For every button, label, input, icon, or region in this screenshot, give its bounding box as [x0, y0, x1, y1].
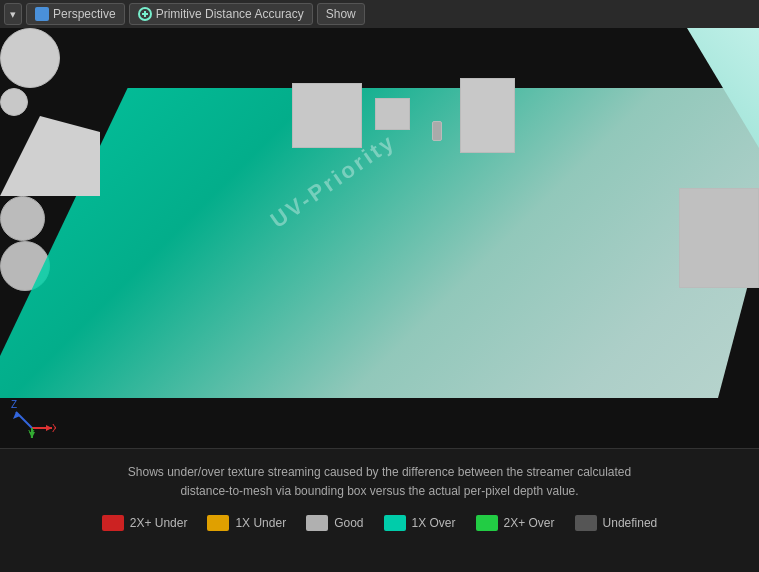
sphere-small	[0, 88, 28, 116]
floor-sphere-1	[0, 196, 45, 241]
perspective-label: Perspective	[53, 7, 116, 21]
legend-swatch-2x-under	[102, 515, 124, 531]
scene-canvas: UV-Priority Z X Y	[0, 28, 759, 448]
legend-desc-line1: Shows under/over texture streaming cause…	[80, 463, 679, 482]
cube-small	[375, 98, 410, 130]
viewport-chevron[interactable]: ▾	[4, 3, 22, 25]
building-right	[679, 188, 759, 288]
legend-label-good: Good	[334, 516, 363, 530]
box-tall	[460, 78, 515, 153]
legend-item-undefined: Undefined	[575, 515, 658, 531]
legend-items: 2X+ Under1X UnderGood1X Over2X+ OverUnde…	[0, 511, 759, 535]
svg-text:Y: Y	[28, 429, 35, 440]
legend-label-2x-under: 2X+ Under	[130, 516, 188, 530]
toolbar: ▾ Perspective Primitive Distance Accurac…	[0, 0, 759, 28]
viewport[interactable]: UV-Priority Z X Y	[0, 28, 759, 448]
legend-swatch-undefined	[575, 515, 597, 531]
legend-area: Shows under/over texture streaming cause…	[0, 448, 759, 572]
legend-label-undefined: Undefined	[603, 516, 658, 530]
show-button[interactable]: Show	[317, 3, 365, 25]
legend-item-1x-over: 1X Over	[384, 515, 456, 531]
svg-marker-1	[13, 412, 20, 419]
show-label: Show	[326, 7, 356, 21]
legend-item-1x-under: 1X Under	[207, 515, 286, 531]
plus-circle-icon	[138, 7, 152, 21]
primitive-distance-label: Primitive Distance Accuracy	[156, 7, 304, 21]
svg-text:X: X	[52, 423, 56, 434]
perspective-button[interactable]: Perspective	[26, 3, 125, 25]
shape-left	[0, 116, 100, 196]
primitive-distance-button[interactable]: Primitive Distance Accuracy	[129, 3, 313, 25]
legend-item-good: Good	[306, 515, 363, 531]
legend-description: Shows under/over texture streaming cause…	[0, 449, 759, 511]
legend-item-2x-under: 2X+ Under	[102, 515, 188, 531]
cube-large	[292, 83, 362, 148]
sphere-big	[0, 28, 60, 88]
figure	[432, 121, 442, 141]
svg-line-0	[16, 412, 32, 428]
perspective-icon	[35, 7, 49, 21]
legend-item-2x-over: 2X+ Over	[476, 515, 555, 531]
legend-swatch-1x-over	[384, 515, 406, 531]
legend-label-2x-over: 2X+ Over	[504, 516, 555, 530]
legend-desc-line2: distance-to-mesh via bounding box versus…	[80, 482, 679, 501]
chevron-icon: ▾	[10, 8, 16, 21]
legend-label-1x-under: 1X Under	[235, 516, 286, 530]
legend-swatch-1x-under	[207, 515, 229, 531]
legend-swatch-2x-over	[476, 515, 498, 531]
legend-swatch-good	[306, 515, 328, 531]
legend-label-1x-over: 1X Over	[412, 516, 456, 530]
axis-indicator: Z X Y	[8, 392, 56, 440]
svg-text:Z: Z	[11, 399, 17, 410]
